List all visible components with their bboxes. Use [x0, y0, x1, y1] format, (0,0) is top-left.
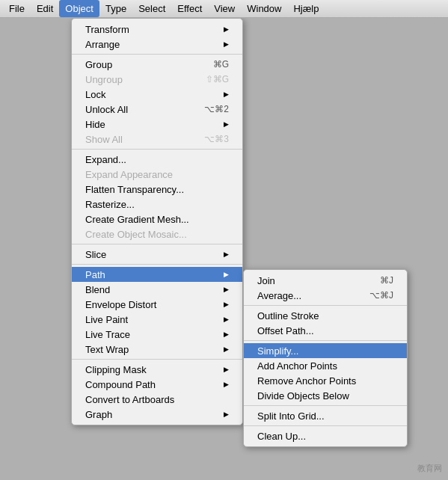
menubar-select[interactable]: Select: [132, 0, 171, 17]
path-separator-1: [244, 305, 407, 306]
path-menu-dropdown: Join ⌘J Average... ⌥⌘J Outline Stroke Of…: [243, 269, 408, 447]
menu-item-clipping-mask[interactable]: Clipping Mask: [72, 362, 242, 377]
menu-item-text-wrap[interactable]: Text Wrap: [72, 342, 242, 357]
menubar-edit[interactable]: Edit: [31, 0, 59, 17]
menubar-type[interactable]: Type: [99, 0, 132, 17]
menu-item-convert-artboards[interactable]: Convert to Artboards: [72, 392, 242, 407]
path-menu-split-grid[interactable]: Split Into Grid...: [244, 408, 407, 423]
menu-item-expand[interactable]: Expand...: [72, 152, 242, 167]
menubar-effect[interactable]: Effect: [171, 0, 208, 17]
menubar-hjaelp[interactable]: Hjælp: [287, 0, 325, 17]
path-menu-simplify[interactable]: Simplify...: [244, 343, 407, 358]
path-menu-join[interactable]: Join ⌘J: [244, 273, 407, 288]
menu-item-rasterize[interactable]: Rasterize...: [72, 197, 242, 212]
menu-item-expand-appearance[interactable]: Expand Appearance: [72, 167, 242, 182]
menu-item-lock[interactable]: Lock: [72, 87, 242, 102]
path-menu-clean-up[interactable]: Clean Up...: [244, 428, 407, 443]
path-menu-offset-path[interactable]: Offset Path...: [244, 323, 407, 338]
menubar: File Edit Object Type Select Effect View…: [0, 0, 448, 18]
menu-item-ungroup[interactable]: Ungroup ⇧⌘G: [72, 72, 242, 87]
separator-3: [72, 244, 242, 244]
menu-item-slice[interactable]: Slice: [72, 247, 242, 262]
object-menu-dropdown: Transform Arrange Group ⌘G Ungroup ⇧⌘G L…: [71, 18, 243, 425]
menu-item-blend[interactable]: Blend: [72, 282, 242, 297]
menu-item-graph[interactable]: Graph: [72, 407, 242, 422]
menu-item-arrange[interactable]: Arrange: [72, 37, 242, 52]
path-menu-divide-objects[interactable]: Divide Objects Below: [244, 388, 407, 403]
separator-1: [72, 54, 242, 55]
menu-item-gradient-mesh[interactable]: Create Gradient Mesh...: [72, 212, 242, 227]
menu-item-group[interactable]: Group ⌘G: [72, 57, 242, 72]
menubar-view[interactable]: View: [208, 0, 241, 17]
menu-item-live-paint[interactable]: Live Paint: [72, 312, 242, 327]
menu-item-compound-path[interactable]: Compound Path: [72, 377, 242, 392]
path-separator-4: [244, 425, 407, 426]
path-menu-outline-stroke[interactable]: Outline Stroke: [244, 308, 407, 323]
path-menu-average[interactable]: Average... ⌥⌘J: [244, 288, 407, 303]
path-menu-remove-anchor[interactable]: Remove Anchor Points: [244, 373, 407, 388]
menubar-window[interactable]: Window: [241, 0, 287, 17]
menu-item-flatten-transparency[interactable]: Flatten Transparency...: [72, 182, 242, 197]
path-separator-3: [244, 405, 407, 406]
menu-item-object-mosaic[interactable]: Create Object Mosaic...: [72, 227, 242, 241]
menubar-file[interactable]: File: [3, 0, 31, 17]
content-area: Transform Arrange Group ⌘G Ungroup ⇧⌘G L…: [0, 18, 448, 480]
separator-5: [72, 359, 242, 360]
separator-4: [72, 264, 242, 265]
menubar-object[interactable]: Object: [59, 0, 99, 17]
menu-item-path[interactable]: Path: [72, 267, 242, 282]
menu-item-live-trace[interactable]: Live Trace: [72, 327, 242, 342]
menu-item-envelope-distort[interactable]: Envelope Distort: [72, 297, 242, 312]
menu-item-show-all[interactable]: Show All ⌥⌘3: [72, 132, 242, 147]
path-separator-2: [244, 340, 407, 341]
path-menu-add-anchor[interactable]: Add Anchor Points: [244, 358, 407, 373]
separator-2: [72, 149, 242, 150]
menu-item-transform[interactable]: Transform: [72, 22, 242, 37]
watermark: 教育网: [417, 463, 442, 474]
menu-item-hide[interactable]: Hide: [72, 117, 242, 132]
menu-item-unlock-all[interactable]: Unlock All ⌥⌘2: [72, 102, 242, 117]
